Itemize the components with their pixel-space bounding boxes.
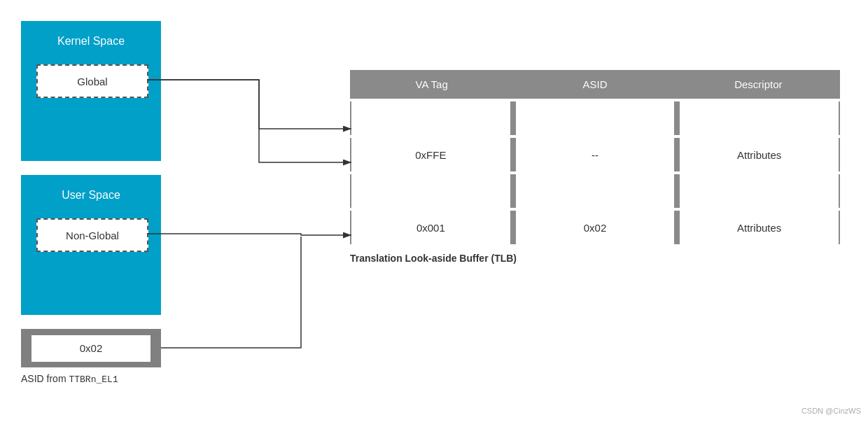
nonglobal-label: Non-Global	[66, 230, 119, 241]
tlb-header-vatag: VA Tag	[350, 70, 513, 99]
tlb-row-2	[350, 174, 840, 208]
global-label: Global	[77, 76, 107, 87]
tlb-header: VA Tag ASID Descriptor	[350, 70, 840, 99]
tlb-row-0	[350, 101, 840, 135]
tlb-cell-descriptor-1: Attributes	[680, 138, 839, 171]
asid-to-nonglobal-line	[161, 237, 301, 348]
tlb-row-3: 0x0010x02Attributes	[350, 211, 840, 244]
kernel-space-block: Kernel Space Global	[21, 21, 161, 161]
asid-source-label: ASID from TTBRn_EL1	[21, 373, 161, 385]
nonglobal-to-tlb-line	[147, 234, 351, 235]
tlb-rows-container: 0xFFE--Attributes0x0010x02Attributes	[350, 101, 840, 244]
tlb-row-1: 0xFFE--Attributes	[350, 138, 840, 171]
tlb-cell-asid-2	[516, 174, 675, 208]
asid-box-container: 0x02 ASID from TTBRn_EL1	[21, 329, 161, 385]
kernel-space-label: Kernel Space	[22, 22, 160, 48]
user-space-label: User Space	[22, 176, 160, 202]
global-box: Global	[36, 64, 148, 98]
asid-value: 0x02	[31, 335, 150, 362]
tlb-caption: Translation Look-aside Buffer (TLB)	[350, 253, 840, 264]
tlb-cell-asid-1: --	[516, 138, 675, 171]
tlb-cell-va_tag-2	[351, 174, 510, 208]
tlb-cell-va_tag-1: 0xFFE	[351, 138, 510, 171]
global-to-tlb-line	[147, 80, 351, 129]
asid-box: 0x02	[21, 329, 161, 367]
tlb-cell-descriptor-3: Attributes	[680, 211, 839, 244]
tlb-header-asid: ASID	[513, 70, 676, 99]
user-space-block: User Space Non-Global	[21, 175, 161, 315]
watermark: CSDN @CinzWS	[802, 407, 861, 415]
global-to-tlb-line-2	[147, 80, 351, 162]
tlb-container: VA Tag ASID Descriptor 0xFFE--Attributes…	[350, 70, 840, 264]
tlb-cell-descriptor-2	[680, 174, 839, 208]
diagram-container: Kernel Space Global User Space Non-Globa…	[0, 0, 868, 422]
tlb-header-descriptor: Descriptor	[677, 70, 840, 99]
tlb-cell-descriptor-0	[680, 101, 839, 135]
tlb-cell-asid-0	[516, 101, 675, 135]
nonglobal-box: Non-Global	[36, 218, 148, 252]
tlb-cell-va_tag-3: 0x001	[351, 211, 510, 244]
tlb-cell-va_tag-0	[351, 101, 510, 135]
tlb-cell-asid-3: 0x02	[516, 211, 675, 244]
